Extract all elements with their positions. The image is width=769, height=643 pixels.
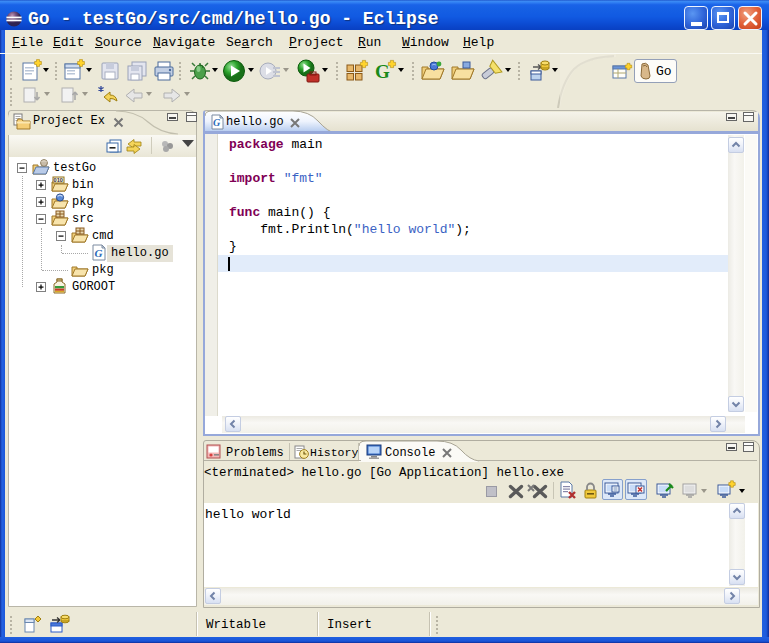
- svg-text:G: G: [375, 61, 390, 82]
- svg-text:G: G: [213, 117, 221, 128]
- svg-text:010: 010: [54, 177, 63, 183]
- svg-text:G: G: [94, 247, 102, 259]
